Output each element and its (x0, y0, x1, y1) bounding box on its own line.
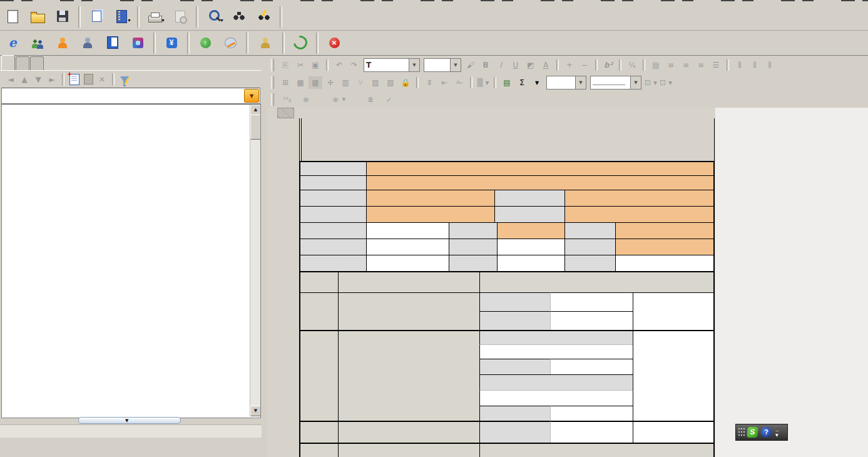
quantity-field[interactable] (366, 222, 449, 239)
nav-left-button[interactable]: ◄ (4, 73, 18, 86)
sales-consult-button[interactable] (51, 31, 74, 56)
vertical-text-right-button[interactable]: ⫼ (763, 59, 777, 71)
align-right-button[interactable]: ≡ (694, 59, 708, 71)
project-name-field[interactable] (366, 161, 715, 176)
line-style-combo[interactable]: ▼ (590, 76, 641, 90)
fraction-button[interactable]: ⅟ₐ (625, 59, 639, 71)
superscript-button[interactable]: b² (601, 59, 615, 71)
online-expert-button[interactable]: e (1, 31, 24, 56)
scroll-thumb[interactable] (250, 115, 261, 140)
fill-color-button[interactable]: ◩ (524, 59, 538, 71)
align-center-button[interactable]: ≡ (679, 59, 693, 71)
construction-unit-field[interactable] (366, 175, 715, 190)
spreadsheet-area[interactable] (267, 108, 868, 457)
acceptance-part-field[interactable] (564, 206, 715, 223)
select-table-button[interactable]: ▩ (309, 76, 322, 89)
tab-search-results[interactable] (30, 56, 44, 70)
upload-data-button[interactable]: ↑ (193, 31, 217, 56)
new-node-button[interactable] (68, 73, 81, 86)
result-input[interactable] (550, 406, 633, 421)
paste-node-button[interactable] (81, 73, 95, 86)
font-size-combo[interactable]: ▼ (424, 58, 461, 72)
info-button[interactable]: ▼ (110, 4, 133, 29)
filter-button[interactable] (118, 73, 131, 86)
result-input[interactable] (479, 344, 633, 359)
input-method-bar[interactable]: S ? —▼ (735, 424, 788, 441)
row-spacing-decrease-button[interactable]: ⇤ (437, 76, 451, 89)
toolbar-grip[interactable] (271, 93, 274, 106)
result-input[interactable] (550, 292, 633, 312)
chevron-down-icon[interactable]: ▼ (409, 59, 419, 71)
check-update-button[interactable] (288, 31, 312, 56)
assess-button[interactable]: ✓ (386, 96, 394, 104)
delete-node-button[interactable]: ✕ (95, 73, 109, 86)
cell-color-button[interactable]: ⊡ ▾ (659, 76, 673, 89)
paste-button[interactable]: ▣ (309, 59, 322, 71)
report-form-button[interactable]: 🗎 (367, 96, 376, 104)
underline-button[interactable]: U (509, 59, 523, 71)
strike-line-button[interactable]: ⊕▼ (332, 96, 345, 104)
open-button[interactable] (26, 4, 49, 29)
font-color-button[interactable]: A (539, 59, 553, 71)
border-color-button[interactable]: ⊡ ▾ (644, 76, 658, 89)
chevron-down-icon[interactable]: ▼ (161, 18, 165, 23)
redo-button[interactable]: ↷ (347, 59, 361, 71)
after-sales-button[interactable] (76, 31, 100, 56)
chevron-down-icon[interactable]: ▼ (575, 76, 586, 89)
ime-help-icon[interactable]: ? (761, 427, 772, 438)
decrease-font-button[interactable]: − (578, 59, 591, 71)
preparer-field[interactable] (366, 239, 449, 255)
copy-button[interactable]: ⎘ (278, 59, 292, 71)
bold-button[interactable]: B (479, 59, 493, 71)
nav-right-button[interactable]: ► (45, 73, 59, 86)
font-family-combo[interactable]: T ▼ (364, 58, 420, 72)
new-button[interactable] (1, 4, 24, 29)
insert-row-button[interactable]: ⊞ (278, 76, 292, 89)
find-button[interactable] (227, 4, 251, 29)
construction-director-field[interactable] (497, 239, 565, 255)
random-number-button[interactable]: ¹²₃ (283, 96, 293, 104)
align-left-button[interactable]: ≡ (664, 59, 678, 71)
save-button[interactable] (51, 4, 74, 29)
join-group-button[interactable] (26, 31, 49, 56)
division-project-field[interactable] (564, 190, 715, 207)
result-extra-column[interactable] (633, 421, 715, 443)
lock-button[interactable]: 🔒 (399, 76, 412, 89)
nav-up-button[interactable]: ▲ (18, 73, 31, 86)
tab-form-catalog[interactable] (1, 55, 15, 70)
print-button[interactable]: ▼ (143, 4, 167, 29)
autosum-button[interactable]: Σ (515, 76, 529, 89)
chevron-down-icon[interactable]: ▼ (220, 18, 224, 23)
tech-director-field[interactable] (615, 222, 715, 239)
increase-font-button[interactable]: + (563, 59, 576, 71)
ime-grip[interactable] (738, 428, 745, 438)
todo-button[interactable] (218, 31, 242, 56)
scroll-up-button[interactable]: ▲ (250, 105, 261, 115)
inspection-date-field[interactable] (615, 255, 715, 272)
toolbar-grip[interactable] (271, 59, 274, 71)
chevron-down-icon[interactable]: ▼ (630, 76, 641, 89)
toolbar-grip[interactable] (271, 76, 274, 89)
result-input[interactable] (550, 421, 633, 443)
pattern-2-button[interactable]: ▧ (384, 76, 397, 89)
align-distribute-button[interactable]: ☰ (709, 59, 723, 71)
expand-collapse-button[interactable]: ▼ (202, 4, 226, 29)
panel-splitter-grip[interactable] (78, 417, 181, 424)
branch-button[interactable]: ⑂ (354, 76, 367, 89)
ime-minimize-icon[interactable]: —▼ (775, 429, 779, 436)
tree-vertical-scrollbar[interactable]: ▲ ▼ (250, 105, 260, 416)
delete-row-button[interactable]: ▦ (294, 76, 307, 89)
nav-down-button[interactable]: ▼ (31, 73, 45, 86)
sheet-settings-button[interactable]: ▤ (500, 76, 514, 89)
italic-button[interactable]: I (494, 59, 508, 71)
sheet-corner-cell[interactable] (277, 108, 294, 118)
online-class-button[interactable] (101, 31, 125, 56)
project-manager-field[interactable] (497, 222, 565, 239)
merge-cell-button[interactable]: ▥ (339, 76, 352, 89)
result-input[interactable] (479, 390, 633, 406)
row-spacing-increase-button[interactable]: ⇕ (422, 76, 436, 89)
pattern-1-button[interactable]: ▨ (369, 76, 382, 89)
shading-combo-button[interactable]: ▒ ▾ (476, 76, 490, 89)
catalog-dropdown[interactable]: ▼ (1, 88, 260, 104)
result-input[interactable] (550, 359, 633, 375)
